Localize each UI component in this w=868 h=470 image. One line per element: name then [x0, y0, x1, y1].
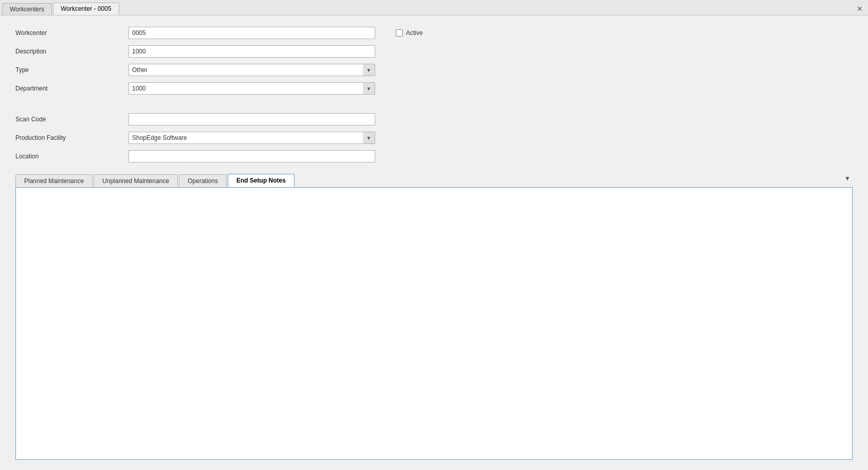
tab-workcenter-0005[interactable]: Workcenter - 0005 [53, 3, 119, 15]
tabs-overflow-arrow-icon[interactable]: ▼ [844, 175, 851, 182]
app-window: Workcenters Workcenter - 0005 ✕ Workcent… [0, 0, 868, 470]
scan-code-row: Scan Code [15, 112, 853, 126]
tab-operations[interactable]: Operations [179, 174, 227, 187]
workcenter-row: Workcenter Active [15, 26, 853, 40]
location-label: Location [15, 153, 128, 160]
type-row: Type Other Machine Labor Tool ▼ [15, 63, 853, 77]
department-select[interactable]: 1000 2000 3000 [128, 82, 375, 95]
type-select[interactable]: Other Machine Labor Tool [128, 64, 375, 76]
location-row: Location [15, 149, 853, 164]
location-input[interactable] [128, 150, 375, 162]
top-tab-bar: Workcenters Workcenter - 0005 ✕ [0, 0, 868, 15]
active-label: Active [406, 29, 423, 37]
description-row: Description [15, 44, 853, 59]
form-section: Workcenter Active Description Type Other [15, 26, 853, 164]
main-content: Workcenter Active Description Type Other [0, 15, 868, 470]
tab-unplanned-maintenance[interactable]: Unplanned Maintenance [94, 174, 178, 187]
scan-code-input[interactable] [128, 113, 375, 125]
bottom-tabs-container: Planned Maintenance Unplanned Maintenanc… [15, 174, 853, 460]
production-facility-label: Production Facility [15, 134, 128, 141]
workcenter-label: Workcenter [15, 29, 128, 37]
tab-workcenters[interactable]: Workcenters [2, 3, 52, 15]
type-label: Type [15, 66, 128, 74]
type-select-wrapper: Other Machine Labor Tool ▼ [128, 64, 375, 76]
tab-planned-maintenance[interactable]: Planned Maintenance [15, 174, 93, 187]
department-select-wrapper: 1000 2000 3000 ▼ [128, 82, 375, 95]
production-facility-select[interactable]: ShopEdge Software Facility 2 Facility 3 [128, 132, 375, 144]
bottom-tab-bar: Planned Maintenance Unplanned Maintenanc… [15, 174, 853, 187]
tab-end-setup-notes[interactable]: End Setup Notes [228, 174, 294, 187]
scan-code-label: Scan Code [15, 116, 128, 123]
production-facility-row: Production Facility ShopEdge Software Fa… [15, 131, 853, 145]
end-setup-notes-textarea[interactable] [16, 188, 852, 459]
department-label: Department [15, 85, 128, 92]
form-divider [15, 100, 853, 108]
description-input[interactable] [128, 45, 375, 58]
description-label: Description [15, 48, 128, 55]
close-button[interactable]: ✕ [854, 4, 866, 14]
production-facility-select-wrapper: ShopEdge Software Facility 2 Facility 3 … [128, 132, 375, 144]
active-checkbox[interactable] [396, 29, 403, 37]
tab-panel-end-setup-notes [15, 187, 853, 460]
workcenter-input[interactable] [128, 27, 375, 39]
active-checkbox-group: Active [396, 29, 423, 37]
department-row: Department 1000 2000 3000 ▼ [15, 81, 853, 96]
